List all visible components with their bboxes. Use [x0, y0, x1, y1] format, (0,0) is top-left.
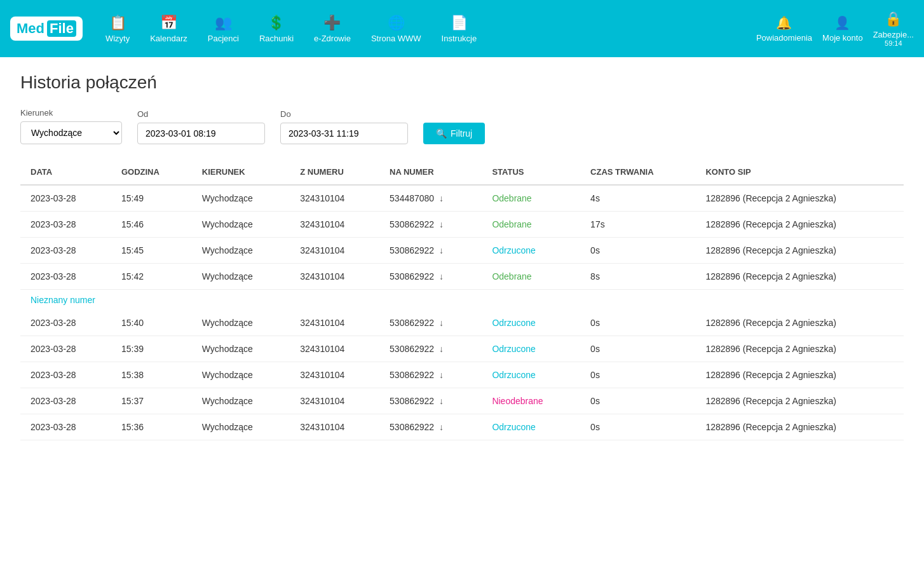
filters-bar: Kierunek WychodzącePrzychodząceWszystkie… — [20, 108, 904, 144]
table-header-row: DATA GODZINA KIERUNEK Z NUMERU NA NUMER … — [20, 159, 904, 185]
kalendarz-icon: 📅 — [160, 15, 177, 31]
strona-www-icon: 🌐 — [388, 15, 405, 31]
cell-kierunek: Wychodzące — [192, 362, 290, 388]
security-label: Zabezpie... — [873, 30, 914, 39]
nav-item-instrukcje[interactable]: 📄 Instrukcje — [434, 10, 485, 48]
table-row: 2023-03-28 15:38 Wychodzące 324310104 53… — [20, 362, 904, 388]
moje-konto-label: Moje konto — [822, 33, 863, 43]
cell-status: Odrzucone — [482, 310, 580, 336]
lock-icon: 🔒 — [885, 11, 902, 27]
col-godzina: GODZINA — [111, 159, 192, 185]
cell-data: 2023-03-28 — [20, 310, 111, 336]
nav-item-wizyty[interactable]: 📋 Wizyty — [98, 10, 137, 48]
cell-konto-sip: 1282896 (Recepcja 2 Agnieszka) — [695, 185, 904, 212]
security-button[interactable]: 🔒 Zabezpie... 59:14 — [873, 11, 914, 47]
calls-table: DATA GODZINA KIERUNEK Z NUMERU NA NUMER … — [20, 159, 904, 440]
cell-na-numer: 530862922 ↓ — [379, 212, 482, 238]
moje-konto-button[interactable]: 👤 Moje konto — [822, 15, 863, 43]
table-row: 2023-03-28 15:42 Wychodzące 324310104 53… — [20, 264, 904, 290]
powiadomienia-button[interactable]: 🔔 Powiadomienia — [756, 15, 812, 43]
cell-status: Odebrane — [482, 185, 580, 212]
cell-status: Nieodebrane — [482, 388, 580, 414]
unknown-number-label: Nieznany numer — [20, 290, 904, 311]
cell-kierunek: Wychodzące — [192, 414, 290, 440]
do-filter-group: Do — [280, 109, 408, 144]
cell-z-numeru: 324310104 — [290, 238, 379, 264]
table-row: 2023-03-28 15:45 Wychodzące 324310104 53… — [20, 238, 904, 264]
col-status: STATUS — [482, 159, 580, 185]
cell-na-numer: 530862922 ↓ — [379, 362, 482, 388]
table-body: 2023-03-28 15:49 Wychodzące 324310104 53… — [20, 185, 904, 440]
cell-na-numer: 530862922 ↓ — [379, 414, 482, 440]
nav-label-instrukcje: Instrukcje — [442, 34, 477, 43]
nav-label-wizyty: Wizyty — [105, 34, 130, 43]
nav-item-rachunki[interactable]: 💲 Rachunki — [252, 10, 301, 48]
page-title: Historia połączeń — [20, 72, 904, 93]
cell-godzina: 15:39 — [111, 336, 192, 362]
bell-icon: 🔔 — [776, 15, 792, 31]
calls-table-wrapper: DATA GODZINA KIERUNEK Z NUMERU NA NUMER … — [20, 159, 904, 440]
logo-file: File — [47, 20, 76, 37]
col-kierunek: KIERUNEK — [192, 159, 290, 185]
nav-label-ezdrowie: e-Zdrowie — [314, 34, 351, 43]
unknown-number-row: Nieznany numer — [20, 290, 904, 311]
od-label: Od — [137, 109, 265, 119]
kierunek-label: Kierunek — [20, 108, 122, 118]
cell-czas: 0s — [580, 388, 695, 414]
nav-item-strona-www[interactable]: 🌐 Strona WWW — [363, 10, 429, 48]
cell-z-numeru: 324310104 — [290, 362, 379, 388]
nav-label-kalendarz: Kalendarz — [150, 34, 187, 43]
od-input[interactable] — [137, 123, 265, 144]
arrow-down-icon: ↓ — [439, 271, 444, 282]
cell-kierunek: Wychodzące — [192, 388, 290, 414]
cell-konto-sip: 1282896 (Recepcja 2 Agnieszka) — [695, 414, 904, 440]
nav-label-pacjenci: Pacjenci — [208, 34, 239, 43]
cell-data: 2023-03-28 — [20, 362, 111, 388]
cell-status: Odrzucone — [482, 238, 580, 264]
arrow-down-icon: ↓ — [439, 318, 444, 328]
cell-godzina: 15:40 — [111, 310, 192, 336]
cell-godzina: 15:45 — [111, 238, 192, 264]
nav-label-strona-www: Strona WWW — [371, 34, 421, 43]
nav-item-kalendarz[interactable]: 📅 Kalendarz — [142, 10, 195, 48]
cell-z-numeru: 324310104 — [290, 185, 379, 212]
arrow-down-icon: ↓ — [439, 344, 444, 354]
cell-data: 2023-03-28 — [20, 388, 111, 414]
cell-godzina: 15:49 — [111, 185, 192, 212]
cell-na-numer: 530862922 ↓ — [379, 264, 482, 290]
cell-czas: 8s — [580, 264, 695, 290]
cell-czas: 0s — [580, 414, 695, 440]
logo[interactable]: Med File — [10, 17, 83, 41]
cell-konto-sip: 1282896 (Recepcja 2 Agnieszka) — [695, 238, 904, 264]
col-czas-trwania: CZAS TRWANIA — [580, 159, 695, 185]
main-nav: 📋 Wizyty 📅 Kalendarz 👥 Pacjenci 💲 Rachun… — [98, 10, 756, 48]
nav-label-rachunki: Rachunki — [259, 34, 294, 43]
nav-item-ezdrowie[interactable]: ➕ e-Zdrowie — [306, 10, 358, 48]
cell-godzina: 15:46 — [111, 212, 192, 238]
cell-status: Odrzucone — [482, 414, 580, 440]
arrow-down-icon: ↓ — [439, 370, 444, 380]
arrow-down-icon: ↓ — [439, 219, 444, 229]
user-icon: 👤 — [834, 15, 850, 31]
cell-kierunek: Wychodzące — [192, 238, 290, 264]
cell-czas: 0s — [580, 362, 695, 388]
filtruj-button[interactable]: 🔍 Filtruj — [423, 123, 485, 144]
nav-item-pacjenci[interactable]: 👥 Pacjenci — [200, 10, 247, 48]
do-label: Do — [280, 109, 408, 119]
arrow-down-icon: ↓ — [439, 245, 444, 255]
cell-godzina: 15:36 — [111, 414, 192, 440]
cell-z-numeru: 324310104 — [290, 414, 379, 440]
cell-czas: 4s — [580, 185, 695, 212]
col-z-numeru: Z NUMERU — [290, 159, 379, 185]
ezdrowie-icon: ➕ — [323, 15, 341, 31]
cell-z-numeru: 324310104 — [290, 388, 379, 414]
arrow-down-icon: ↓ — [439, 193, 444, 203]
cell-data: 2023-03-28 — [20, 414, 111, 440]
do-input[interactable] — [280, 123, 408, 144]
kierunek-select[interactable]: WychodzącePrzychodząceWszystkie — [20, 121, 122, 144]
col-na-numer: NA NUMER — [379, 159, 482, 185]
header-right: 🔔 Powiadomienia 👤 Moje konto 🔒 Zabezpie.… — [756, 11, 914, 47]
table-row: 2023-03-28 15:40 Wychodzące 324310104 53… — [20, 310, 904, 336]
cell-konto-sip: 1282896 (Recepcja 2 Agnieszka) — [695, 310, 904, 336]
search-icon: 🔍 — [436, 128, 447, 139]
